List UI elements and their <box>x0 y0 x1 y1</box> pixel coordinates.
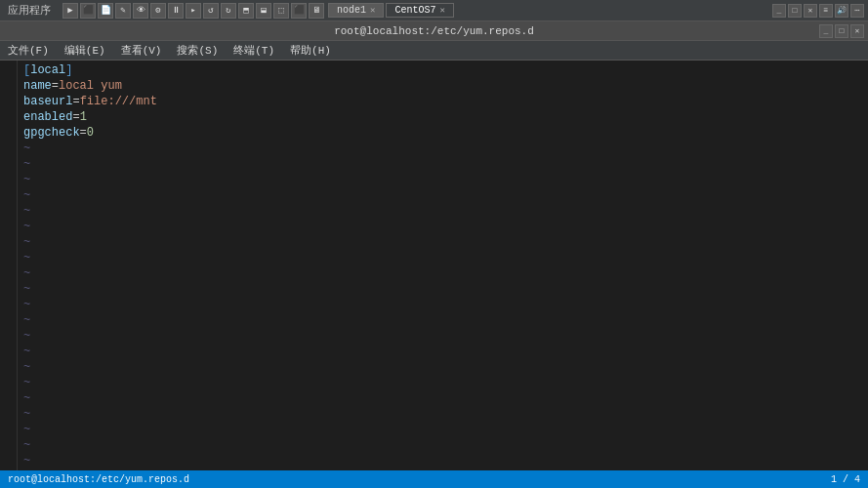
title-maximize-btn[interactable]: □ <box>835 24 848 38</box>
toolbar-icon-10[interactable]: ⬛ <box>291 3 307 19</box>
code-line-20: ~ <box>23 359 862 375</box>
toolbar-icon-view[interactable]: 👁 <box>133 3 148 19</box>
code-line-5: gpgcheck=0 <box>23 125 862 141</box>
minimize-btn[interactable]: _ <box>772 4 786 18</box>
title-close-btn[interactable]: ✕ <box>850 24 864 38</box>
menu-search[interactable]: 搜索(S) <box>173 42 222 59</box>
menu-file[interactable]: 文件(F) <box>4 42 53 59</box>
code-line-26: ~ <box>23 453 862 468</box>
key-baseurl: baseurl <box>23 95 72 108</box>
status-right: 1 / 4 <box>831 474 860 485</box>
code-line-22: ~ <box>23 390 862 406</box>
code-line-2: name=local yum <box>23 78 862 94</box>
toolbar-icon-3[interactable]: ⚙ <box>150 3 166 19</box>
toolbar-icon-edit[interactable]: ✎ <box>115 3 131 19</box>
status-position: 1 / 4 <box>831 474 860 485</box>
key-gpgcheck: gpgcheck <box>23 126 80 140</box>
code-line-18: ~ <box>23 328 862 344</box>
status-path: root@localhost:/etc/yum.repos.d <box>8 474 189 485</box>
code-line-19: ~ <box>23 344 862 359</box>
system-bar: 应用程序 ▶ ⬛ 📄 ✎ 👁 ⚙ ⏸ ▸ ↺ ↻ ⬒ ⬓ ⬚ ⬛ 🖥 node1… <box>0 0 868 21</box>
code-line-15: ~ <box>23 281 862 297</box>
val-baseurl: file:///mnt <box>80 95 157 108</box>
code-line-23: ~ <box>23 406 862 422</box>
code-line-4: enabled=1 <box>23 109 862 125</box>
code-line-25: ~ <box>23 437 862 453</box>
toolbar-icon-file[interactable]: 📄 <box>98 3 113 19</box>
toolbar-icon-7[interactable]: ⬒ <box>238 3 254 19</box>
toolbar-icon-2[interactable]: ⬛ <box>80 3 96 19</box>
code-line-6: ~ <box>23 141 862 156</box>
menu-edit[interactable]: 编辑(E) <box>61 42 109 59</box>
bracket-close: ] <box>65 63 72 77</box>
toolbar-icon-6[interactable]: ↻ <box>221 3 236 19</box>
code-line-24: ~ <box>23 422 862 437</box>
tab-centos7[interactable]: CentOS7 ✕ <box>386 3 453 18</box>
title-minimize-btn[interactable]: _ <box>819 24 833 38</box>
tab-node1-close[interactable]: ✕ <box>370 5 375 16</box>
app-menu[interactable]: 应用程序 <box>4 2 55 19</box>
line-numbers <box>0 61 18 470</box>
val-name: local yum <box>59 79 122 93</box>
toolbar-icon-11[interactable]: 🖥 <box>309 3 324 19</box>
code-line-12: ~ <box>23 234 862 250</box>
tab-centos7-close[interactable]: ✕ <box>439 5 444 16</box>
toolbar-icon-9[interactable]: ⬚ <box>273 3 289 19</box>
toolbar-icons: ▶ ⬛ 📄 ✎ 👁 ⚙ ⏸ ▸ ↺ ↻ ⬒ ⬓ ⬚ ⬛ 🖥 <box>62 3 324 19</box>
editor-content[interactable]: [local] name=local yum baseurl=file:///m… <box>18 61 868 470</box>
code-line-11: ~ <box>23 219 862 234</box>
toolbar-icon-1[interactable]: ▶ <box>62 3 78 19</box>
status-bar: root@localhost:/etc/yum.repos.d 1 / 4 <box>0 470 868 488</box>
tab-node1[interactable]: node1 ✕ <box>328 3 384 18</box>
system-win-controls: _ □ ✕ ≡ 🔊 ⋯ <box>772 4 864 18</box>
window-title: root@localhost:/etc/yum.repos.d <box>334 25 534 37</box>
extra-btn-1[interactable]: ≡ <box>819 4 833 18</box>
tab-area: node1 ✕ CentOS7 ✕ <box>328 3 454 18</box>
section-name: local <box>30 63 65 77</box>
system-bar-left: 应用程序 ▶ ⬛ 📄 ✎ 👁 ⚙ ⏸ ▸ ↺ ↻ ⬒ ⬓ ⬚ ⬛ 🖥 node1… <box>4 2 765 19</box>
toolbar-icon-pause[interactable]: ⏸ <box>168 3 184 19</box>
extra-btn-2[interactable]: 🔊 <box>835 4 848 18</box>
maximize-btn[interactable]: □ <box>788 4 802 18</box>
code-line-21: ~ <box>23 375 862 390</box>
code-line-9: ~ <box>23 187 862 203</box>
code-line-13: ~ <box>23 250 862 265</box>
code-line-17: ~ <box>23 312 862 328</box>
menu-help[interactable]: 帮助(H) <box>286 42 335 59</box>
menu-bar: 文件(F) 编辑(E) 查看(V) 搜索(S) 终端(T) 帮助(H) <box>0 41 868 61</box>
code-line-8: ~ <box>23 172 862 187</box>
code-line-14: ~ <box>23 265 862 281</box>
toolbar-icon-8[interactable]: ⬓ <box>256 3 271 19</box>
title-win-controls: _ □ ✕ <box>819 24 864 38</box>
val-enabled: 1 <box>80 110 87 124</box>
menu-view[interactable]: 查看(V) <box>117 42 166 59</box>
close-btn[interactable]: ✕ <box>804 4 817 18</box>
toolbar-icon-4[interactable]: ▸ <box>186 3 201 19</box>
code-line-7: ~ <box>23 156 862 172</box>
status-left: root@localhost:/etc/yum.repos.d <box>8 474 189 485</box>
key-name: name <box>23 79 52 93</box>
key-enabled: enabled <box>23 110 72 124</box>
title-bar: root@localhost:/etc/yum.repos.d _ □ ✕ <box>0 21 868 41</box>
val-gpgcheck: 0 <box>87 126 94 140</box>
editor-area: [local] name=local yum baseurl=file:///m… <box>0 61 868 470</box>
code-line-10: ~ <box>23 203 862 219</box>
code-line-1: [local] <box>23 62 862 78</box>
code-line-16: ~ <box>23 297 862 312</box>
code-line-3: baseurl=file:///mnt <box>23 94 862 109</box>
extra-btn-3[interactable]: ⋯ <box>850 4 864 18</box>
toolbar-icon-5[interactable]: ↺ <box>203 3 219 19</box>
menu-terminal[interactable]: 终端(T) <box>229 42 278 59</box>
